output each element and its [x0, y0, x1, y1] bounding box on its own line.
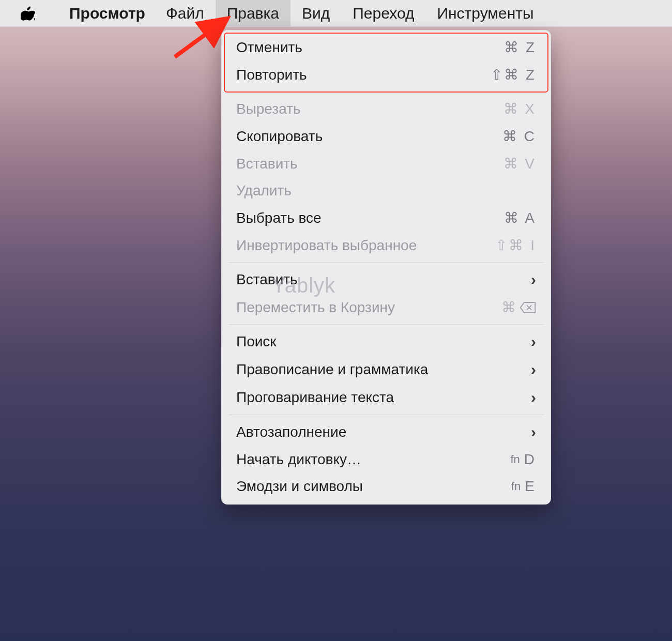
menu-item-label: Выбрать все: [236, 210, 322, 226]
menu-item-shortcut: ⌘ Z: [504, 39, 536, 56]
menubar-item-go[interactable]: Переход: [341, 0, 425, 26]
menu-item-label: Поиск: [236, 333, 277, 350]
menubar: Просмотр Файл Правка Вид Переход Инструм…: [0, 0, 672, 27]
menubar-app-name[interactable]: Просмотр: [60, 0, 155, 26]
menu-item-shortcut: ⌘ V: [503, 155, 536, 172]
menu-item-label: Вырезать: [236, 101, 301, 117]
chevron-right-icon: ›: [531, 361, 536, 378]
menu-item-label: Вставить: [236, 156, 298, 172]
menu-item-label: Эмодзи и символы: [236, 478, 363, 495]
menu-separator: [229, 324, 543, 325]
menu-item-speech[interactable]: Проговаривание текста ›: [222, 384, 551, 411]
menu-item-shortcut: ⌘ C: [502, 128, 536, 145]
menu-separator: [229, 91, 543, 92]
chevron-right-icon: ›: [531, 423, 536, 441]
menu-item-undo[interactable]: Отменить ⌘ Z: [222, 34, 551, 61]
apple-logo-icon[interactable]: [21, 5, 35, 22]
menu-item-shortcut: ⌘ X: [503, 100, 536, 117]
menubar-item-edit[interactable]: Правка: [216, 0, 291, 26]
menu-item-label: Отменить: [236, 39, 302, 56]
menu-item-redo[interactable]: Повторить ⇧⌘ Z: [222, 61, 551, 88]
menu-item-find[interactable]: Поиск ›: [222, 328, 551, 356]
delete-key-icon: [520, 301, 536, 314]
menu-item-label: Повторить: [236, 67, 307, 83]
menu-separator: [229, 262, 543, 263]
chevron-right-icon: ›: [531, 271, 536, 288]
menu-item-shortcut: fnE: [511, 478, 536, 495]
menu-item-insert[interactable]: Вставить ›: [222, 266, 551, 294]
menu-item-autofill[interactable]: Автозаполнение ›: [222, 418, 551, 446]
chevron-right-icon: ›: [531, 389, 536, 406]
menubar-item-tools[interactable]: Инструменты: [425, 0, 545, 26]
chevron-right-icon: ›: [531, 333, 536, 350]
menu-item-shortcut: fnD: [510, 451, 536, 468]
menu-item-move-to-trash: Переместить в Корзину ⌘: [222, 294, 551, 321]
menu-item-label: Удалить: [236, 182, 292, 199]
menu-item-copy[interactable]: Скопировать ⌘ C: [222, 123, 551, 150]
menu-item-label: Скопировать: [236, 128, 323, 145]
menu-item-label: Проговаривание текста: [236, 389, 394, 406]
menu-item-start-dictation[interactable]: Начать диктовку… fnD: [222, 446, 551, 473]
menubar-item-file[interactable]: Файл: [155, 0, 216, 26]
menu-item-label: Автозаполнение: [236, 424, 346, 440]
menu-item-emoji-symbols[interactable]: Эмодзи и символы fnE: [222, 473, 551, 500]
menu-item-label: Вставить: [236, 271, 298, 288]
menu-item-shortcut: ⌘: [501, 299, 536, 316]
edit-menu-dropdown: Отменить ⌘ Z Повторить ⇧⌘ Z Вырезать ⌘ X…: [221, 30, 551, 505]
menu-item-shortcut: ⇧⌘ Z: [491, 66, 536, 83]
menu-item-spelling-grammar[interactable]: Правописание и грамматика ›: [222, 356, 551, 384]
menu-separator: [229, 415, 543, 415]
menu-item-cut: Вырезать ⌘ X: [222, 95, 551, 123]
menu-item-label: Правописание и грамматика: [236, 361, 428, 378]
menubar-item-view[interactable]: Вид: [291, 0, 341, 26]
menu-item-paste: Вставить ⌘ V: [222, 150, 551, 177]
menu-item-shortcut: ⌘ A: [504, 209, 536, 226]
menu-item-label: Переместить в Корзину: [236, 299, 395, 316]
menu-item-label: Начать диктовку…: [236, 451, 361, 468]
menu-item-select-all[interactable]: Выбрать все ⌘ A: [222, 204, 551, 232]
menu-item-shortcut: ⇧⌘ I: [495, 237, 536, 254]
menu-item-invert-selection: Инвертировать выбранное ⇧⌘ I: [222, 232, 551, 259]
menu-item-label: Инвертировать выбранное: [236, 237, 417, 254]
menu-item-delete: Удалить: [222, 177, 551, 204]
